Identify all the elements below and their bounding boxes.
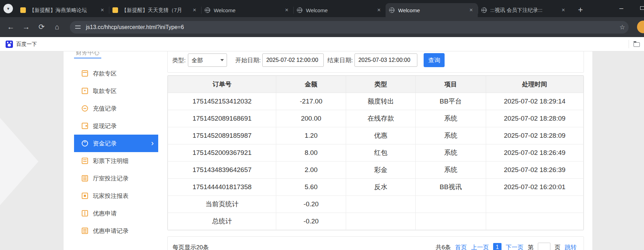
cell-amount: 200.00 [276,110,346,127]
sidebar-item-label: 彩票下注明细 [93,157,129,165]
table-row: 1751452153412032 -217.00 额度转出 BB平台 2025-… [168,93,584,110]
cell-process-time: 2025-07-02 16:20:01 [486,179,583,196]
sidebar-item-deposit-zone[interactable]: 存款专区 [74,65,158,82]
coupon-icon [82,210,88,216]
sidebar-item-fund-record-active[interactable]: 资金记录 › [74,135,158,152]
jump-label-post: 页 [555,243,561,250]
site-info-icon[interactable] [75,24,81,30]
chevron-right-icon: › [151,138,154,148]
cell-amount: 8.00 [276,144,346,162]
back-button[interactable]: ← [6,22,16,32]
home-button[interactable]: ⌂ [52,22,62,32]
sidebar-section-tab[interactable]: 财务中心 [74,51,101,58]
cell-amount: -217.00 [276,93,346,110]
close-icon[interactable]: × [284,7,290,14]
reload-button[interactable]: ⟳ [37,22,46,32]
first-page-link[interactable]: 首页 [455,243,467,250]
new-tab-button[interactable]: + [575,4,586,15]
bookmark-star-icon[interactable]: ☆ [620,23,625,31]
cell-empty [486,213,583,230]
sidebar-item-label: 厅室投注记录 [93,174,129,183]
cell-process-time: 2025-07-02 18:28:09 [486,110,583,127]
close-icon[interactable]: × [376,7,382,14]
cell-empty [416,196,486,213]
cell-empty [346,196,416,213]
browser-tab[interactable]: Welcome × [293,3,386,17]
sidebar-item-lottery-bet-detail[interactable]: 彩票下注明细 [74,152,158,170]
browser-tab[interactable]: 【新提醒】天天竞猜（7月 × [109,3,201,17]
tab-title: 【新提醒】天天竞猜（7月 [122,7,188,14]
window-minimize-button[interactable]: – [613,2,629,14]
type-select[interactable]: 全部 [188,53,227,67]
close-icon[interactable]: × [191,7,198,14]
table-row: 1751434839642657 2.00 彩金 系统 2025-07-02 1… [168,162,584,179]
bookmarks-folder-icon[interactable] [634,42,640,47]
cell-label: 当前页统计 [168,196,276,213]
prev-page-link[interactable]: 上一页 [471,243,489,250]
url-text[interactable]: js13.cc/hhcp/usercenter.html?iniType=6 [86,21,184,34]
browser-tab[interactable]: 【新提醒】海燕策略论坛 × [17,3,109,17]
sidebar-item-label: 存款专区 [93,70,117,78]
col-process-time: 处理时间 [486,76,583,93]
window-maximize-button[interactable] [640,6,644,10]
table-row: 1751452089168691 200.00 在线存款 系统 2025-07-… [168,110,584,127]
pagination-panel: 每页显示20条 共6条 首页 上一页 1 下一页 第 页 跳转 [167,236,584,250]
close-icon[interactable]: × [468,7,474,14]
cell-order-id: 1751452009367921 [168,144,276,162]
reload-icon: ⟳ [38,23,45,31]
browser-tab[interactable]: Welcome × [201,3,293,17]
yellow-favicon-icon [20,7,26,13]
forward-icon: → [23,23,30,31]
pagination-row: 每页显示20条 共6条 首页 上一页 1 下一页 第 页 跳转 [173,242,577,250]
baidu-favicon-icon [6,41,13,48]
jump-label-pre: 第 [528,243,534,250]
cell-type: 反水 [346,179,416,196]
cell-type: 额度转出 [346,93,416,110]
sidebar-item-promo-apply-record[interactable]: 优惠申请记录 [74,222,158,240]
cell-empty [346,213,416,230]
cell-type: 在线存款 [346,110,416,127]
note-icon [82,158,88,164]
table-row-page-total: 当前页统计 -0.20 [168,196,584,213]
tab-search-button[interactable]: ▾ [3,4,13,13]
jump-button[interactable]: 跳转 [565,243,577,250]
browser-tab-active[interactable]: Welcome × [386,3,478,17]
search-button[interactable]: 查询 [424,53,445,67]
forward-button[interactable]: → [21,22,31,32]
cell-project: 系统 [416,110,486,127]
browser-tab[interactable]: :::视讯 会员下注纪录::: × [478,3,570,17]
sidebar-item-withdraw-zone[interactable]: 取款专区 [74,82,158,100]
end-date-label: 结束日期: [327,56,353,64]
sidebar-item-player-bet-report[interactable]: 玩家投注报表 [74,187,158,205]
sidebar-item-withdraw-record[interactable]: 提现记录 [74,117,158,135]
start-date-input[interactable] [262,53,324,67]
plus-icon: + [578,5,583,15]
sidebar-item-label: 优惠申请 [93,209,117,217]
address-bar[interactable]: js13.cc/hhcp/usercenter.html?iniType=6 ☆ [70,21,629,34]
close-icon[interactable]: × [560,7,566,14]
cell-empty [416,213,486,230]
cell-empty [486,196,583,213]
current-page-badge[interactable]: 1 [493,243,502,250]
close-icon[interactable]: × [99,7,105,14]
sidebar-item-label: 提现记录 [93,122,117,130]
globe-favicon-icon [205,7,210,13]
pagination-controls: 共6条 首页 上一页 1 下一页 第 页 跳转 [436,243,577,250]
records-table-panel: 订单号 金额 类型 项目 处理时间 1751452153412032 -217.… [167,75,584,230]
cell-process-time: 2025-07-02 18:26:39 [486,162,583,179]
table-row-grand-total: 总统计 -0.20 [168,213,584,230]
cash-icon [82,88,88,94]
bookmark-item-baidu[interactable]: 百度一下 [16,37,37,51]
sidebar-item-room-bet-record[interactable]: 厅室投注记录 [74,170,158,187]
page-viewport: 财务中心 存款专区 取款专区 充值记录 提现记录 资金记录 › [0,51,644,250]
jump-page-input[interactable] [538,243,550,250]
page-size-text: 每页显示20条 [173,243,209,250]
next-page-link[interactable]: 下一页 [506,243,524,250]
profile-avatar[interactable] [637,21,644,33]
deposit-card-icon [82,70,88,77]
end-date-input[interactable] [354,53,417,67]
cell-type: 红包 [346,144,416,162]
report-icon [82,193,88,199]
sidebar-item-recharge-record[interactable]: 充值记录 [74,100,158,117]
sidebar-item-promo-apply[interactable]: 优惠申请 [74,205,158,222]
